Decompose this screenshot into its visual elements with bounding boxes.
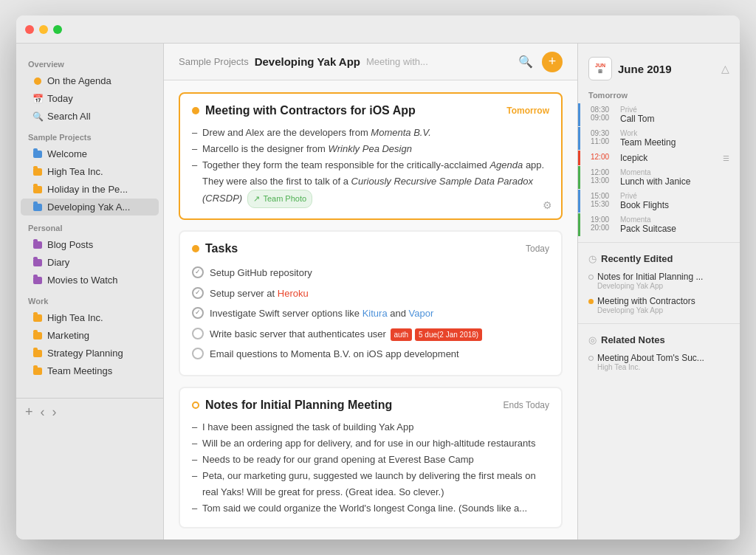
heroku-link[interactable]: Heroku xyxy=(278,288,309,299)
folder-orange-icon xyxy=(32,313,43,323)
related-notes-icon: ◎ xyxy=(588,334,597,345)
tasks-title: Tasks xyxy=(205,242,238,255)
cal-event-team-meeting[interactable]: 09:30 11:00 Work Team Meeting xyxy=(578,127,740,150)
cal-event-book-flights[interactable]: 15:00 15:30 Privé Book Flights xyxy=(578,190,740,213)
vapor-link[interactable]: Vapor xyxy=(409,308,434,319)
sidebar-item-label: Blog Posts xyxy=(47,239,93,250)
event-time-start: 19:00 xyxy=(591,216,617,224)
search-icon: 🔍 xyxy=(32,111,43,122)
sidebar-item-team-meetings[interactable]: Team Meetings xyxy=(21,362,159,379)
tasks-header: Tasks Today xyxy=(192,242,549,255)
sidebar: Overview On the Agenda 📅 Today 🔍 Search … xyxy=(16,44,164,540)
sidebar-item-label: Marketing xyxy=(47,330,89,341)
recently-edited-icon: ◷ xyxy=(588,253,597,264)
sidebar-item-label: Welcome xyxy=(47,148,87,159)
team-photo-badge[interactable]: ↗ Team Photo xyxy=(247,190,312,208)
sidebar-item-holiday[interactable]: Holiday in the Pe... xyxy=(21,181,159,198)
cal-event-pack-suitcase[interactable]: 19:00 20:00 Momenta Pack Suitcase xyxy=(578,213,740,236)
folder-orange-icon xyxy=(32,167,43,177)
event-time-start: 15:00 xyxy=(591,192,617,200)
task-label: Setup server at Heroku xyxy=(210,286,309,301)
task-label: Investigate Swift server options like Ki… xyxy=(210,306,433,321)
cal-event-icepick[interactable]: 12:00 Icepick ☰ xyxy=(578,151,740,165)
sidebar-item-high-tea-work[interactable]: High Tea Inc. xyxy=(21,309,159,326)
add-project-button[interactable]: + xyxy=(25,404,33,420)
tasks-dot xyxy=(192,245,199,252)
sidebar-item-movies[interactable]: Movies to Watch xyxy=(21,272,159,289)
sidebar-item-marketing[interactable]: Marketing xyxy=(21,327,159,344)
tasks-list: Setup GitHub repository Setup server at … xyxy=(192,263,549,365)
event-title: Team Meeting xyxy=(620,137,729,148)
planning-badge: Ends Today xyxy=(504,400,550,410)
sidebar-item-welcome[interactable]: Welcome xyxy=(21,145,159,162)
event-time-end: 11:00 xyxy=(591,137,617,145)
titlebar xyxy=(16,15,740,44)
related-note-sub: High Tea Inc. xyxy=(588,363,729,371)
note-card-header: Meeting with Contractors for iOS App Tom… xyxy=(192,104,549,117)
calendar-icon: 📅 xyxy=(32,94,43,104)
edited-note-title: Notes for Initial Planning ... xyxy=(597,272,703,282)
breadcrumb-sub: Meeting with... xyxy=(366,56,428,67)
planning-title: Notes for Initial Planning Meeting xyxy=(205,399,392,412)
sidebar-item-developing-yak[interactable]: Developing Yak A... xyxy=(21,199,159,216)
sidebar-item-label: High Tea Inc. xyxy=(47,166,103,177)
task-checkbox-empty[interactable] xyxy=(192,328,204,339)
minimize-button[interactable] xyxy=(39,25,48,34)
sidebar-item-label: Developing Yak A... xyxy=(47,201,130,213)
tasks-badge: Today xyxy=(526,244,549,254)
sidebar-item-diary[interactable]: Diary xyxy=(21,254,159,271)
related-notes-header: ◎ Related Notes xyxy=(578,330,740,350)
task-checkbox-empty[interactable] xyxy=(192,348,204,359)
event-category: Privé xyxy=(620,192,729,200)
task-checkbox-done[interactable] xyxy=(192,307,204,319)
task-checkbox-done[interactable] xyxy=(192,287,204,299)
folder-purple-icon xyxy=(32,240,43,250)
sidebar-item-high-tea[interactable]: High Tea Inc. xyxy=(21,163,159,180)
event-category: Work xyxy=(620,129,729,137)
task-item: Setup server at Heroku xyxy=(192,283,549,304)
task-checkbox-done[interactable] xyxy=(192,266,204,278)
gear-icon-button[interactable]: ⚙ xyxy=(543,199,552,211)
maximize-button[interactable] xyxy=(53,25,62,34)
overview-section-header: Overview xyxy=(16,52,163,72)
tomorrow-label: Tomorrow xyxy=(578,86,740,103)
recently-edited-item[interactable]: Meeting with Contractors Developing Yak … xyxy=(578,293,740,317)
cal-event-call-tom[interactable]: 08:30 09:00 Privé Call Tom xyxy=(578,103,740,126)
search-button[interactable]: 🔍 xyxy=(515,52,536,72)
app-body: Overview On the Agenda 📅 Today 🔍 Search … xyxy=(16,44,740,540)
sidebar-item-search-all[interactable]: 🔍 Search All xyxy=(21,108,159,125)
warning-icon: △ xyxy=(721,63,729,75)
event-time-start: 09:30 xyxy=(591,129,617,137)
month-label: June 2019 xyxy=(618,63,672,75)
close-button[interactable] xyxy=(25,25,34,34)
event-category: Momenta xyxy=(620,216,729,224)
list-item: Will be an ordering app for delivery, an… xyxy=(192,435,549,452)
event-time-end: 13:00 xyxy=(591,176,617,185)
add-note-button[interactable]: + xyxy=(542,52,563,72)
event-time-end: 15:30 xyxy=(591,200,617,208)
list-item: Drew and Alex are the developers from Mo… xyxy=(192,125,549,141)
sidebar-item-today[interactable]: 📅 Today xyxy=(21,90,159,107)
sidebar-item-on-the-agenda[interactable]: On the Agenda xyxy=(21,72,159,89)
event-title: Icepick xyxy=(620,153,647,163)
sidebar-item-blog-posts[interactable]: Blog Posts xyxy=(21,236,159,253)
task-item: Setup GitHub repository xyxy=(192,263,549,283)
task-label: Write basic server that authenticates us… xyxy=(210,327,484,342)
sidebar-item-label: Strategy Planning xyxy=(47,348,123,359)
event-time-start: 12:00 xyxy=(591,153,617,161)
nav-forward-button[interactable]: › xyxy=(52,404,57,420)
folder-orange-icon xyxy=(32,331,43,341)
sidebar-item-label: Holiday in the Pe... xyxy=(47,184,128,195)
cal-event-lunch[interactable]: 12:00 13:00 Momenta Lunch with Janice xyxy=(578,166,740,189)
nav-back-button[interactable]: ‹ xyxy=(41,404,45,420)
list-item: Marcello is the designer from Wrinkly Pe… xyxy=(192,141,549,157)
sidebar-item-strategy-planning[interactable]: Strategy Planning xyxy=(21,345,159,362)
recently-edited-item[interactable]: Notes for Initial Planning ... Developin… xyxy=(578,269,740,293)
list-item: Together they form the team responsible … xyxy=(192,157,549,208)
task-label: Setup GitHub repository xyxy=(210,266,312,280)
sidebar-item-label: Today xyxy=(47,93,73,104)
sidebar-item-label: Movies to Watch xyxy=(47,275,118,286)
auth-tag: auth xyxy=(391,328,412,341)
kitura-link[interactable]: Kitura xyxy=(362,308,388,319)
related-note-item[interactable]: Meeting About Tom's Suc... High Tea Inc. xyxy=(578,350,740,374)
